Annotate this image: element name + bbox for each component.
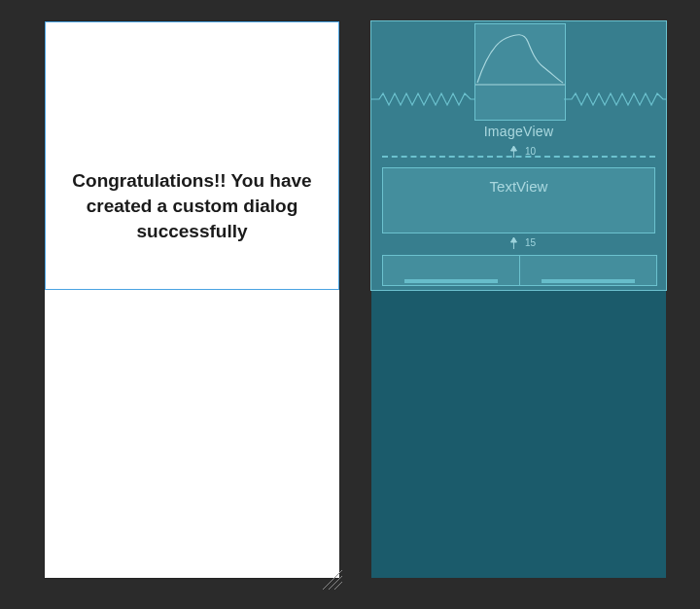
- textview-label: TextView: [490, 178, 548, 195]
- layout-editor: Congratulations!! You have created a cus…: [0, 0, 700, 609]
- constraint-margin-top-value: 10: [525, 146, 536, 157]
- blueprint-surface[interactable]: ImageView 10 TextView: [371, 21, 666, 578]
- imageview-widget[interactable]: [474, 23, 566, 121]
- svg-line-1: [329, 576, 342, 590]
- blueprint-root-container[interactable]: ImageView 10 TextView: [371, 21, 666, 290]
- textview-widget[interactable]: TextView: [382, 167, 655, 233]
- constraint-margin-top: 10: [502, 146, 536, 158]
- button-indicator: [404, 279, 498, 283]
- design-preview-surface[interactable]: Congratulations!! You have created a cus…: [45, 21, 339, 578]
- button-right[interactable]: [519, 256, 656, 285]
- dialog-message-text[interactable]: Congratulations!! You have created a cus…: [59, 168, 325, 244]
- svg-marker-5: [510, 146, 516, 151]
- button-indicator: [542, 279, 635, 283]
- imageview-label: ImageView: [371, 124, 666, 139]
- button-left[interactable]: [383, 256, 519, 285]
- svg-marker-7: [510, 237, 516, 242]
- constraint-margin-mid: 15: [502, 237, 536, 249]
- design-root-container[interactable]: Congratulations!! You have created a cus…: [45, 21, 339, 290]
- button-row: [382, 255, 657, 286]
- svg-line-2: [334, 582, 342, 590]
- constraint-margin-mid-value: 15: [525, 237, 536, 248]
